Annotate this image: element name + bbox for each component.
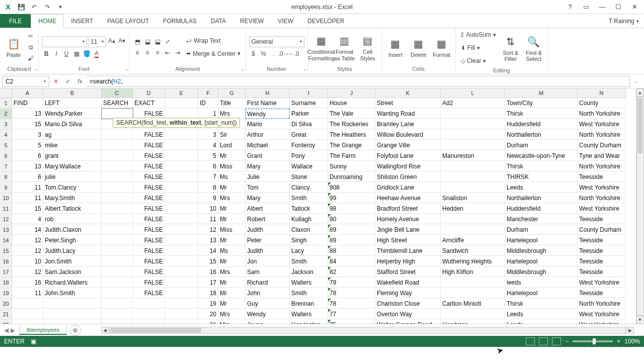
- cell[interactable]: rob: [43, 214, 102, 224]
- cell[interactable]: Wallace: [290, 161, 328, 171]
- cell[interactable]: [165, 172, 198, 182]
- header-cell[interactable]: EXACT: [133, 98, 165, 108]
- cell[interactable]: Teesside: [578, 246, 626, 256]
- cell[interactable]: Peter: [246, 235, 290, 245]
- cell[interactable]: West Yorkshire: [578, 204, 626, 214]
- header-cell[interactable]: Surname: [290, 98, 328, 108]
- cell[interactable]: John: [246, 288, 290, 298]
- cell[interactable]: Miss: [218, 225, 246, 235]
- cell[interactable]: [165, 140, 198, 150]
- tab-developer[interactable]: DEVELOPER: [300, 14, 351, 28]
- cell[interactable]: Heehaw Avenue: [375, 193, 441, 203]
- cell[interactable]: Homely Avenue: [375, 214, 441, 224]
- header-cell[interactable]: LEFT: [43, 98, 102, 108]
- cell[interactable]: Wendy: [246, 109, 290, 119]
- cell[interactable]: Teesside: [578, 172, 626, 182]
- cell[interactable]: 13: [12, 109, 43, 119]
- cell[interactable]: 19: [198, 299, 218, 309]
- cell[interactable]: Thirsk: [505, 109, 578, 119]
- cell[interactable]: Jon.Smith: [43, 256, 102, 266]
- cell[interactable]: Ms: [218, 172, 246, 182]
- cell[interactable]: 4: [12, 214, 43, 224]
- view-layout-icon[interactable]: [539, 337, 548, 345]
- cell[interactable]: Bradford Street: [375, 204, 441, 214]
- cell[interactable]: Manureston: [441, 151, 505, 161]
- cell[interactable]: West Yorkshire: [578, 309, 626, 319]
- cell[interactable]: Wuthering Heights: [441, 256, 505, 266]
- cell[interactable]: Teesside: [578, 214, 626, 224]
- cell[interactable]: Stafford Street: [375, 267, 441, 277]
- cell[interactable]: FALSE: [133, 183, 165, 193]
- cell[interactable]: 88: [328, 246, 375, 256]
- percent-icon[interactable]: %: [259, 49, 268, 58]
- cell[interactable]: 21: [198, 320, 218, 324]
- cell[interactable]: Mary.Wallace: [43, 161, 102, 171]
- cell[interactable]: Durham: [505, 225, 578, 235]
- cell[interactable]: Leeds: [505, 309, 578, 319]
- cell[interactable]: [165, 246, 198, 256]
- cell[interactable]: 75: [328, 320, 375, 324]
- cell[interactable]: [441, 309, 505, 319]
- cell[interactable]: [441, 172, 505, 182]
- cell[interactable]: Middlesbrough: [505, 267, 578, 277]
- row-header[interactable]: 15: [0, 246, 12, 256]
- italic-button[interactable]: I: [52, 49, 61, 58]
- cell[interactable]: [102, 183, 133, 193]
- grow-font-icon[interactable]: A▴: [107, 36, 116, 45]
- cell[interactable]: Parker: [290, 109, 328, 119]
- cell[interactable]: Singh: [290, 235, 328, 245]
- cell[interactable]: Albert.Tatlock: [43, 204, 102, 214]
- cell[interactable]: [102, 151, 133, 161]
- cell[interactable]: 908: [328, 183, 375, 193]
- cell[interactable]: 12: [12, 235, 43, 245]
- cell[interactable]: [12, 320, 43, 324]
- cell[interactable]: Newcastle-upon-Tyne: [505, 151, 578, 161]
- cell[interactable]: 78: [328, 288, 375, 298]
- row-header[interactable]: 3: [0, 119, 12, 130]
- number-format-combo[interactable]: General▾: [249, 36, 304, 47]
- cell[interactable]: County Durham: [578, 140, 626, 150]
- enter-icon[interactable]: ✓: [62, 76, 73, 87]
- tab-view[interactable]: VIEW: [271, 14, 300, 28]
- cell[interactable]: The Rockeries: [328, 119, 375, 129]
- column-header[interactable]: M: [505, 88, 578, 98]
- cell[interactable]: The Heathers: [328, 130, 375, 140]
- cell[interactable]: 89: [328, 225, 375, 235]
- cell[interactable]: Tatlock: [290, 204, 328, 214]
- cell[interactable]: Grant: [246, 151, 290, 161]
- cell[interactable]: West Yorkshire: [578, 320, 626, 324]
- cell[interactable]: FALSE: [133, 151, 165, 161]
- cell[interactable]: FALSE: [133, 140, 165, 150]
- cell[interactable]: FALSE: [133, 225, 165, 235]
- insert-cells-button[interactable]: ▦Insert: [385, 31, 406, 64]
- row-header[interactable]: 22: [0, 320, 12, 324]
- cell[interactable]: [165, 204, 198, 214]
- cell[interactable]: Miss: [218, 161, 246, 171]
- shrink-font-icon[interactable]: A▾: [117, 36, 126, 45]
- inc-decimal-icon[interactable]: .0→: [279, 49, 288, 58]
- row-header[interactable]: 7: [0, 161, 12, 172]
- cell[interactable]: Tom.Clancy: [43, 183, 102, 193]
- cell[interactable]: [441, 225, 505, 235]
- undo-icon[interactable]: ↶: [28, 2, 40, 13]
- cell[interactable]: Bramley Lane: [375, 119, 441, 129]
- cell[interactable]: North Yorkshire: [578, 109, 626, 119]
- cell[interactable]: 90: [328, 214, 375, 224]
- cell[interactable]: [102, 299, 133, 309]
- autosum-button[interactable]: Σ AutoSum ▾: [459, 29, 498, 40]
- cell[interactable]: Walters: [290, 309, 328, 319]
- sheet-nav-prev-icon[interactable]: ◀: [4, 327, 9, 334]
- row-header[interactable]: 17: [0, 267, 12, 278]
- tab-page-layout[interactable]: PAGE LAYOUT: [100, 14, 156, 28]
- cell[interactable]: Gridlock Lane: [375, 183, 441, 193]
- cell[interactable]: [12, 309, 43, 319]
- cell[interactable]: Fonteroy: [290, 140, 328, 150]
- cell[interactable]: FALSE: [133, 288, 165, 298]
- cell[interactable]: grant: [43, 151, 102, 161]
- cell[interactable]: [102, 235, 133, 245]
- cell[interactable]: [102, 256, 133, 266]
- row-header[interactable]: 21: [0, 309, 12, 320]
- cell[interactable]: Handston: [441, 320, 505, 324]
- spreadsheet-grid[interactable]: ABCDEFGHIJKLMN 1FINDLEFTSEARCHEXACTIDTit…: [0, 88, 644, 324]
- cell[interactable]: 98: [328, 204, 375, 214]
